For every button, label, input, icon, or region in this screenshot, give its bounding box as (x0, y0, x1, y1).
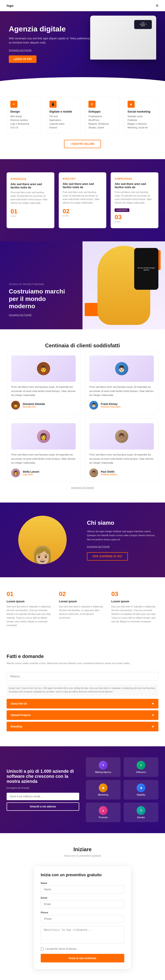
value-desc-results: Proin sed libero enim sed faucibus turpi… (63, 191, 103, 205)
sviluppo-items: Progettazione WordPress Magento, Wordpre… (88, 115, 116, 129)
author-name-1: Giovanni Almeida (22, 402, 45, 406)
studio-section: STUDIO DI PROGETTAZIONE Costruiamo march… (0, 241, 165, 329)
design-item-2: Direzione artistica (10, 118, 38, 122)
hamburger-menu[interactable]: ≡ (156, 3, 159, 8)
phone-input[interactable] (41, 915, 124, 923)
making-agency-icon: ✦ (99, 761, 107, 770)
faq-item-2-label: Upload Projects (11, 714, 30, 717)
name-input[interactable] (41, 886, 124, 893)
terms-checkbox-wrapper: I accept the Terms of Service (41, 947, 124, 950)
numbered-item-2: 02 Lorem ipsum Duis sunt duis dolor in v… (59, 590, 106, 627)
making-agency-name: Making Agency (95, 771, 111, 773)
our-values-button[interactable]: I NOSTRI VALORI (64, 140, 101, 148)
service-card-social: ◈ Social marketing Strategie social Pubb… (124, 97, 159, 133)
faq-item-2[interactable]: Upload Projects ▼ (6, 710, 159, 720)
value-num-label-results[interactable]: DI PIÙ (63, 215, 103, 217)
author-name-2: Frank Kinney (101, 402, 120, 406)
sviluppo-item-4: Shopify, Lavarel (88, 126, 116, 129)
value-num-label-strategy[interactable]: DI PIÙ (11, 215, 50, 217)
social-item-4: Marketing, social reti (128, 126, 155, 129)
avatar-1: 👨 (11, 401, 20, 410)
partners-email-input[interactable] (6, 793, 79, 800)
image-credit-link[interactable]: Immagine da Freepik (71, 486, 94, 489)
partner-logo-influence: ♦ Influence (123, 757, 159, 777)
sviluppo-item-2: WordPress (88, 118, 116, 122)
message-field (41, 926, 124, 944)
social-item-1: Strategie social (128, 115, 155, 118)
value-tag-results: RISULTATI (63, 178, 103, 180)
value-desc-competenze: Proin sed libero enim sed faucibus turpi… (115, 191, 154, 205)
faq-detail-text: tempor sed. Cras at enim nisl nec. Chill… (6, 684, 159, 696)
hero-image: Theambition'sguide (90, 16, 160, 60)
num-title-2: Lorem ipsum (59, 600, 106, 603)
logo: logo (6, 4, 14, 8)
partners-content: Unisciti a più di 1.000 aziende di softw… (6, 757, 159, 822)
support-badge: SUPPORTO (115, 208, 129, 212)
value-num-competenze: 03 (115, 214, 154, 221)
author-name-3: Stella Larson (22, 470, 39, 473)
partners-section: Unisciti a più di 1.000 aziende di softw… (0, 746, 165, 833)
book-title: Theambition'sguide (136, 22, 150, 26)
terms-checkbox[interactable] (41, 947, 43, 950)
faq-search-input[interactable] (6, 672, 159, 681)
iniziare-title: Iniziare (6, 846, 159, 853)
avatar-3: 👩 (11, 468, 20, 477)
testimonial-img-4: 👨🏽 (89, 423, 154, 450)
value-num-label-competenze[interactable]: DI PIÙ (115, 221, 154, 223)
num-desc-3: Duis sunt duis dolor in vulputate in adi… (111, 605, 159, 624)
design-icon: ✦ (10, 101, 18, 108)
testimonial-card-3: 👩 Proin sed libero enim sed faucibus tur… (6, 418, 80, 482)
partner-logo-marketing: ◉ Marketing (86, 780, 120, 800)
numbered-section: 01 Lorem ipsum Duis sunt duis dolor in v… (0, 577, 165, 640)
services-grid: ✦ Design Web design Direzione artistica … (6, 97, 159, 133)
promote-icon: ▲ (99, 806, 107, 815)
testimonial-author-2: 👨🏻 Frank Kinney Direttore Finanziario (89, 401, 154, 410)
partners-join-button[interactable]: Unisciti a noi adesso (6, 802, 79, 811)
social-item-3: Blogger e influencer (128, 122, 155, 126)
header: logo ≡ (0, 0, 165, 11)
chi-siamo-circle: 👩🏼 (18, 516, 67, 564)
faq-item-1[interactable]: About the Us ▼ (6, 699, 159, 708)
iniziare-section: Iniziare Inizia con un preventivo gratui… (0, 833, 165, 969)
testimonial-text-3: Proin sed libero enim sed faucibus turpi… (11, 453, 76, 465)
partners-text: Unisciti a più di 1.000 aziende di softw… (6, 769, 79, 811)
testimonial-author-4: 👨🏽 Paul Smith Direttore artistico (89, 468, 154, 477)
service-title-design: Design (10, 110, 38, 113)
hero-wave (0, 77, 165, 86)
service-title-social: Social marketing (128, 110, 155, 113)
author-info-2: Frank Kinney Direttore Finanziario (101, 402, 120, 408)
digital-item-2: Applications (50, 118, 77, 122)
testimonial-author-1: 👨 Giovanni Almeida Azienda CEO (11, 401, 76, 410)
hero-image-link[interactable]: Immagine da Freepik (9, 49, 92, 51)
hero-description: With venenatis cras sed felis eget aliqu… (9, 37, 92, 45)
author-info-3: Stella Larson Logo della (22, 470, 39, 476)
num-desc-2: Duis sunt duis dolor in vulputate in adi… (59, 605, 106, 620)
influence-name: Influence (136, 771, 146, 773)
num-badge-3: 03 (111, 590, 159, 598)
chi-siamo-cta[interactable]: PER SAPERNE DI PIÙ (87, 552, 128, 560)
phone-label: Phone (41, 911, 124, 914)
social-item-2: Pubblicità (128, 118, 155, 122)
chi-siamo-link[interactable]: Immagine da Freepik (87, 545, 159, 548)
partner-logo-elevate: ⬡ Elevate (123, 803, 159, 822)
faq-item-1-label: About the Us (11, 702, 27, 705)
studio-link[interactable]: Immagine da Freepik (9, 313, 74, 316)
hero-cta-button[interactable]: LEGGI DI PIÙ (9, 56, 37, 63)
digital-icon: 📱 (50, 101, 56, 108)
partner-logo-making: ✦ Making Agency (86, 757, 120, 777)
laptop-mockup: Theambition'sguide (90, 16, 156, 60)
faq-item-3[interactable]: Branding ▼ (6, 722, 159, 731)
value-card-strategy: STRATEGIA Alix sed there aren sed facili… (6, 172, 54, 228)
name-field: Name (41, 882, 124, 893)
faq-intro-text: Mauris cursus mattis molestie a duis. Ma… (6, 662, 159, 665)
email-input[interactable] (41, 900, 124, 908)
design-items: Web design Direzione artistica Logo e il… (10, 115, 38, 129)
hero-title: Agenzia digitale (9, 24, 92, 33)
studio-left: STUDIO DI PROGETTAZIONE Costruiamo march… (0, 241, 82, 329)
message-input[interactable] (41, 926, 124, 943)
submit-button[interactable]: Invia la tua richiesta (41, 954, 124, 963)
digital-item-4: Android (50, 126, 77, 129)
testimonials-section: Centinaia di clienti soddisfatti 👨 Proin… (0, 329, 165, 503)
numbered-grid: 01 Lorem ipsum Duis sunt duis dolor in v… (6, 590, 159, 627)
services-section: ✦ Design Web design Direzione artistica … (0, 86, 165, 159)
